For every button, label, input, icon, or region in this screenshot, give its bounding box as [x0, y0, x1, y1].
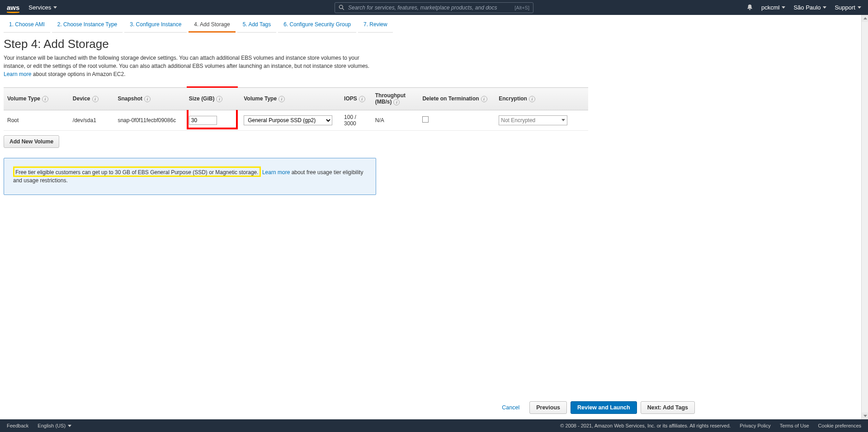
wizard-tab-instance-type[interactable]: 2. Choose Instance Type — [52, 19, 123, 33]
footer-right: © 2008 - 2021, Amazon Web Services, Inc.… — [560, 423, 861, 428]
services-label: Services — [28, 4, 51, 11]
info-icon[interactable]: i — [92, 96, 99, 102]
th-label: IOPS — [344, 95, 357, 102]
action-bar: Cancel Previous Review and Launch Next: … — [0, 397, 702, 419]
th-volume-type-2: Volume Typei — [240, 88, 340, 110]
th-volume-type: Volume Typei — [4, 88, 69, 110]
main-content: 1. Choose AMI 2. Choose Instance Type 3.… — [0, 15, 702, 419]
th-size: Size (GiB)i — [185, 88, 240, 110]
region-label: São Paulo — [793, 4, 821, 11]
account-menu[interactable]: pckcml — [761, 4, 785, 11]
scrollbar-vertical[interactable] — [861, 15, 868, 419]
volume-type-select[interactable]: General Purpose SSD (gp2) — [244, 115, 332, 125]
cookie-link[interactable]: Cookie preferences — [818, 423, 861, 428]
free-tier-info-box: Free tier eligible customers can get up … — [4, 158, 376, 195]
privacy-link[interactable]: Privacy Policy — [740, 423, 770, 428]
search-input[interactable] — [348, 5, 511, 11]
th-label: Delete on Termination — [422, 95, 479, 102]
search-icon — [339, 5, 344, 10]
chevron-down-icon — [858, 6, 861, 9]
scroll-up-arrow[interactable] — [862, 15, 868, 22]
scroll-down-arrow[interactable] — [862, 413, 868, 419]
copyright: © 2008 - 2021, Amazon Web Services, Inc.… — [560, 423, 731, 428]
support-label: Support — [835, 4, 855, 11]
footer: Feedback English (US) © 2008 - 2021, Ama… — [0, 419, 868, 432]
chevron-down-icon — [823, 6, 826, 9]
info-icon[interactable]: i — [42, 96, 48, 102]
info-icon[interactable]: i — [529, 96, 535, 102]
learn-more-link[interactable]: Learn more — [262, 169, 290, 176]
terms-link[interactable]: Terms of Use — [780, 423, 809, 428]
previous-button[interactable]: Previous — [529, 401, 567, 414]
th-actions — [571, 88, 588, 110]
cell-encryption: Not Encrypted — [495, 110, 571, 130]
info-icon[interactable]: i — [481, 96, 487, 102]
th-label: Device — [73, 95, 90, 102]
wizard-tab-security[interactable]: 6. Configure Security Group — [278, 19, 356, 33]
aws-logo[interactable]: aws — [7, 4, 19, 11]
chevron-up-icon — [863, 17, 867, 19]
page-content: Step 4: Add Storage Your instance will b… — [0, 33, 702, 199]
review-launch-button[interactable]: Review and Launch — [571, 401, 637, 414]
wizard-tab-tags[interactable]: 5. Add Tags — [237, 19, 277, 33]
topnav-left: aws Services — [7, 4, 57, 11]
th-label: Volume Type — [7, 95, 40, 102]
storage-table: Volume Typei Devicei Snapshoti Size (GiB… — [4, 87, 588, 131]
region-menu[interactable]: São Paulo — [793, 4, 826, 11]
info-icon[interactable]: i — [216, 96, 222, 102]
footer-left: Feedback English (US) — [7, 423, 71, 428]
th-device: Devicei — [69, 88, 114, 110]
learn-more-link[interactable]: Learn more — [4, 71, 31, 77]
th-snapshot: Snapshoti — [114, 88, 185, 110]
cell-throughput: N/A — [372, 110, 419, 130]
wizard-tab-storage[interactable]: 4. Add Storage — [189, 19, 235, 33]
table-header-row: Volume Typei Devicei Snapshoti Size (GiB… — [4, 88, 588, 110]
cancel-button[interactable]: Cancel — [495, 402, 526, 413]
cell-snapshot: snap-0f0f11fecbf09086c — [114, 110, 185, 130]
cell-volume-type: Root — [4, 110, 69, 130]
topnav: aws Services [Alt+S] pckcml São Paulo Su… — [0, 0, 868, 15]
cell-volume-type-2: General Purpose SSD (gp2) — [240, 110, 340, 130]
info-icon[interactable]: i — [144, 96, 151, 102]
desc-text-1: Your instance will be launched with the … — [4, 55, 369, 69]
th-encryption: Encryptioni — [495, 88, 571, 110]
info-icon[interactable]: i — [393, 99, 400, 105]
wizard-tab-ami[interactable]: 1. Choose AMI — [4, 19, 50, 33]
page-title: Step 4: Add Storage — [4, 37, 698, 51]
page-description: Your instance will be launched with the … — [4, 54, 379, 78]
wizard-tab-configure[interactable]: 3. Configure Instance — [124, 19, 187, 33]
highlighted-text: Free tier eligible customers can get up … — [13, 166, 261, 177]
th-label: Encryption — [499, 95, 527, 102]
chevron-down-icon — [863, 415, 867, 417]
language-label: English (US) — [38, 423, 66, 428]
info-icon[interactable]: i — [359, 96, 365, 102]
th-delete: Delete on Terminationi — [419, 88, 495, 110]
encryption-value: Not Encrypted — [501, 117, 535, 123]
next-button[interactable]: Next: Add Tags — [641, 401, 695, 414]
encryption-select[interactable]: Not Encrypted — [499, 115, 567, 125]
desc-text-2: about storage options in Amazon EC2. — [33, 71, 126, 77]
bell-icon — [746, 4, 753, 11]
feedback-link[interactable]: Feedback — [7, 423, 28, 428]
th-throughput: Throughput (MB/s)i — [372, 88, 419, 110]
support-menu[interactable]: Support — [835, 4, 861, 11]
chevron-down-icon — [561, 119, 565, 121]
add-volume-button[interactable]: Add New Volume — [4, 135, 59, 148]
notifications-button[interactable] — [746, 4, 753, 11]
global-search[interactable]: [Alt+S] — [335, 2, 533, 13]
search-shortcut-hint: [Alt+S] — [514, 5, 529, 10]
cell-delete — [419, 110, 495, 130]
th-label: Snapshot — [118, 95, 142, 102]
th-label: Volume Type — [244, 95, 277, 102]
size-input[interactable] — [189, 116, 217, 125]
delete-on-termination-checkbox[interactable] — [422, 116, 429, 123]
services-menu[interactable]: Services — [28, 4, 57, 11]
chevron-down-icon — [53, 6, 57, 9]
info-icon[interactable]: i — [278, 96, 285, 102]
chevron-down-icon — [68, 425, 71, 427]
cell-device: /dev/sda1 — [69, 110, 114, 130]
th-label: Size (GiB) — [189, 95, 215, 102]
language-select[interactable]: English (US) — [38, 423, 71, 428]
wizard-tab-review[interactable]: 7. Review — [358, 19, 393, 33]
chevron-down-icon — [782, 6, 785, 9]
